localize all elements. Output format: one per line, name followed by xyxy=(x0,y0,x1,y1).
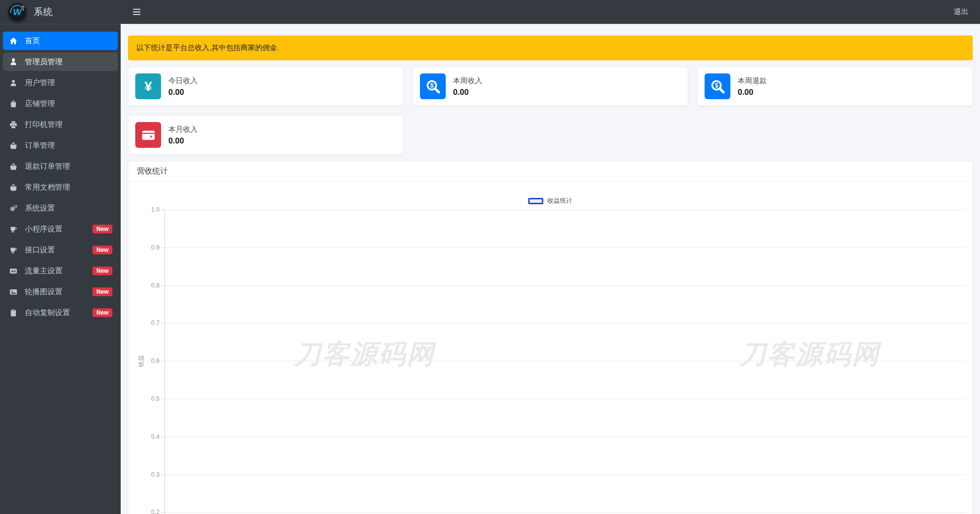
stat-label: 今日收入 xyxy=(168,76,198,86)
stat-value: 0.00 xyxy=(738,88,767,97)
info-banner: 以下统计是平台总收入,其中包括商家的佣金. xyxy=(128,35,973,60)
search-dollar-icon: $ xyxy=(420,73,446,99)
home-icon xyxy=(8,37,18,45)
ad-icon: Ad xyxy=(8,267,18,275)
y-tick-label: 1.0 xyxy=(131,206,160,213)
axis-tick xyxy=(161,475,164,475)
sidebar-item-label: 首页 xyxy=(25,36,40,46)
sidebar-item-label: 管理员管理 xyxy=(25,57,63,67)
y-tick-label: 0.3 xyxy=(131,471,160,479)
sidebar-item[interactable]: 退款订单管理 xyxy=(3,157,118,176)
grid-line xyxy=(164,210,965,210)
sidebar-item[interactable]: 接口设置New xyxy=(3,241,118,259)
sidebar-item[interactable]: 用户管理 xyxy=(3,73,118,92)
grid-line xyxy=(164,437,965,437)
watermark: 刀客源码网 xyxy=(294,337,435,372)
main-content: 以下统计是平台总收入,其中包括商家的佣金. ¥今日收入0.00$本周收入0.00… xyxy=(121,24,980,514)
image-icon xyxy=(8,288,18,296)
grid-line xyxy=(164,285,965,286)
legend-marker-icon xyxy=(528,198,544,204)
brand: W 系统 xyxy=(0,0,121,24)
y-axis-title: 收益 xyxy=(137,355,145,367)
basket-icon xyxy=(8,183,18,192)
hamburger-menu-icon[interactable] xyxy=(132,8,141,16)
clipboard-icon xyxy=(8,309,18,317)
new-badge: New xyxy=(92,308,112,317)
revenue-panel-header: 营收统计 xyxy=(128,161,972,182)
axis-tick xyxy=(161,323,164,323)
sidebar-item[interactable]: 轮播图设置New xyxy=(3,283,118,301)
sidebar-item[interactable]: 管理员管理 xyxy=(3,53,118,71)
sidebar-item-label: 接口设置 xyxy=(25,245,55,255)
yen-icon: ¥ xyxy=(135,73,161,99)
sidebar-item-label: 退款订单管理 xyxy=(25,161,70,172)
revenue-panel: 营收统计 收益统计1.00.90.80.70.60.50.40.30.2收益刀客… xyxy=(128,161,973,514)
sidebar-item-label: 自动复制设置 xyxy=(25,308,70,318)
legend-item[interactable]: 收益统计 xyxy=(528,196,573,205)
stat-label: 本周退款 xyxy=(738,76,767,86)
printer-icon xyxy=(8,121,18,129)
axis-tick xyxy=(161,437,164,437)
sidebar-item[interactable]: 打印机管理 xyxy=(3,115,118,134)
new-badge: New xyxy=(92,225,112,233)
axis-tick xyxy=(161,512,164,513)
brand-title: 系统 xyxy=(34,6,53,18)
sidebar-item-label: 小程序设置 xyxy=(25,224,63,234)
sidebar-item-label: 轮播图设置 xyxy=(25,287,63,297)
sidebar-item-label: 店铺管理 xyxy=(25,99,55,109)
cup-icon xyxy=(8,246,18,254)
cup-icon xyxy=(8,225,18,233)
grid-line xyxy=(164,475,965,475)
revenue-chart: 收益统计1.00.90.80.70.60.50.40.30.2收益刀客源码网刀客… xyxy=(128,182,972,514)
stat-card: 本月收入0.00 xyxy=(128,115,403,155)
logout-button[interactable]: 退出 xyxy=(954,7,968,17)
sidebar: W 系统 首页管理员管理用户管理店铺管理打印机管理订单管理退款订单管理常用文档管… xyxy=(0,0,121,514)
y-tick-label: 0.6 xyxy=(131,357,160,365)
y-tick-label: 0.8 xyxy=(131,282,160,289)
sidebar-item-label: 用户管理 xyxy=(25,78,55,88)
sidebar-menu: 首页管理员管理用户管理店铺管理打印机管理订单管理退款订单管理常用文档管理系统设置… xyxy=(0,24,121,322)
revenue-panel-title: 营收统计 xyxy=(137,166,168,177)
sidebar-item-label: 流量主设置 xyxy=(25,266,63,276)
info-banner-text: 以下统计是平台总收入,其中包括商家的佣金. xyxy=(136,43,279,53)
new-badge: New xyxy=(92,287,112,296)
svg-text:Ad: Ad xyxy=(11,268,16,273)
sidebar-item-label: 常用文档管理 xyxy=(25,182,70,193)
stat-value: 0.00 xyxy=(453,88,482,97)
stat-card: $本周收入0.00 xyxy=(413,67,688,106)
y-tick-label: 0.7 xyxy=(131,319,160,327)
sidebar-item[interactable]: 自动复制设置New xyxy=(3,303,118,322)
sidebar-item-label: 订单管理 xyxy=(25,141,55,151)
axis-tick xyxy=(161,399,164,399)
logo-spark-icon xyxy=(22,5,24,8)
basket-icon xyxy=(8,142,18,150)
stat-label: 本月收入 xyxy=(168,125,198,134)
logo-letter: W xyxy=(13,7,22,17)
y-axis-line xyxy=(164,210,165,514)
sidebar-item-label: 打印机管理 xyxy=(25,120,63,130)
user-icon xyxy=(8,79,18,87)
watermark: 刀客源码网 xyxy=(739,337,880,372)
search-dollar-icon: $ xyxy=(705,73,730,99)
stats-grid: ¥今日收入0.00$本周收入0.00$本周退款0.00本月收入0.00 xyxy=(128,67,973,155)
basket-icon xyxy=(8,162,18,171)
sidebar-item[interactable]: 首页 xyxy=(3,32,118,50)
stat-value: 0.00 xyxy=(168,88,198,97)
stat-card: ¥今日收入0.00 xyxy=(128,67,403,106)
sidebar-item[interactable]: 订单管理 xyxy=(3,136,118,155)
sidebar-item[interactable]: 店铺管理 xyxy=(3,94,118,113)
new-badge: New xyxy=(92,266,112,275)
sidebar-item[interactable]: 系统设置 xyxy=(3,199,118,217)
sidebar-item[interactable]: Ad流量主设置New xyxy=(3,262,118,280)
y-tick-label: 0.9 xyxy=(131,244,160,251)
sidebar-item[interactable]: 常用文档管理 xyxy=(3,178,118,196)
wallet-icon xyxy=(135,122,161,148)
admin-icon xyxy=(8,58,18,66)
y-tick-label: 0.4 xyxy=(131,433,160,441)
legend-label: 收益统计 xyxy=(547,196,573,205)
stat-label: 本周收入 xyxy=(453,76,482,86)
sidebar-item[interactable]: 小程序设置New xyxy=(3,220,118,238)
stat-card: $本周退款0.00 xyxy=(697,67,973,106)
new-badge: New xyxy=(92,246,112,254)
axis-tick xyxy=(161,210,164,210)
